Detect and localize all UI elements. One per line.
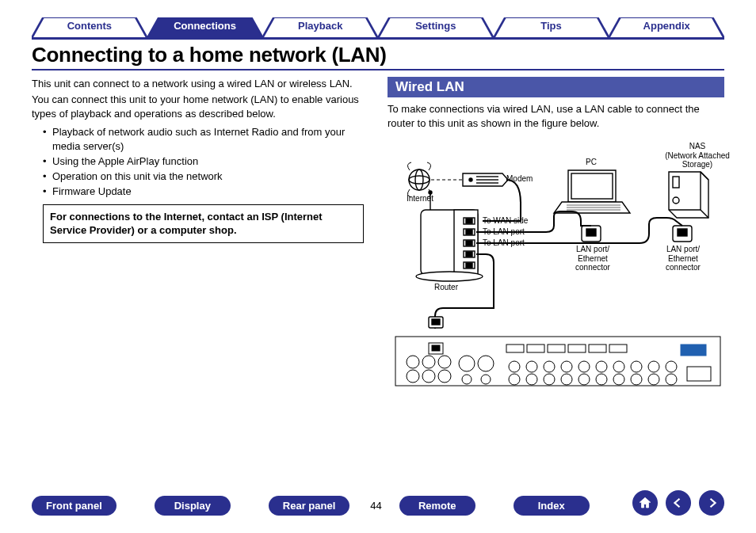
- svg-rect-77: [681, 345, 706, 356]
- tab-contents[interactable]: Contents: [32, 17, 147, 38]
- nav-remote[interactable]: Remote: [399, 496, 475, 516]
- isp-note: For connections to the Internet, contact…: [43, 204, 364, 243]
- svg-point-76: [666, 374, 677, 385]
- svg-point-70: [613, 374, 624, 385]
- bullet-item: Using the Apple AirPlay function: [43, 154, 368, 169]
- nav-display[interactable]: Display: [155, 496, 231, 516]
- svg-point-3: [469, 178, 472, 181]
- tab-appendix[interactable]: Appendix: [609, 17, 724, 38]
- svg-rect-22: [571, 173, 613, 199]
- label-nas: NAS(Network AttachedStorage): [662, 142, 733, 169]
- svg-rect-37: [432, 319, 440, 325]
- wired-intro: To make connections via wired LAN, use a…: [388, 102, 724, 131]
- tab-label: Tips: [540, 20, 562, 32]
- svg-point-58: [509, 374, 520, 385]
- svg-rect-51: [506, 345, 524, 352]
- bullet-item: Operation on this unit via the network: [43, 169, 368, 185]
- tab-label: Settings: [415, 20, 456, 32]
- nav-index[interactable]: Index: [514, 496, 590, 516]
- svg-point-0: [409, 169, 430, 190]
- svg-rect-54: [568, 345, 586, 352]
- next-page-icon[interactable]: [699, 490, 724, 516]
- svg-point-49: [462, 375, 472, 384]
- bullet-item: Firmware Update: [43, 185, 368, 200]
- bottom-nav: Front panel Display Rear panel 44 Remote…: [32, 496, 724, 516]
- tab-playback[interactable]: Playback: [262, 17, 378, 38]
- svg-point-46: [438, 370, 451, 383]
- prev-page-icon[interactable]: [666, 490, 691, 516]
- svg-point-1: [409, 176, 430, 184]
- svg-point-43: [438, 356, 451, 368]
- nav-rear-panel[interactable]: Rear panel: [269, 496, 349, 516]
- content-columns: This unit can connect to a network using…: [32, 77, 724, 394]
- svg-rect-56: [609, 345, 627, 352]
- svg-point-73: [648, 361, 659, 372]
- svg-rect-55: [589, 345, 606, 352]
- label-to-wan: To WAN side: [483, 216, 528, 226]
- svg-point-41: [407, 356, 419, 368]
- right-column: Wired LAN To make connections via wired …: [388, 77, 724, 394]
- svg-rect-40: [432, 345, 440, 351]
- label-router: Router: [434, 283, 458, 292]
- tab-settings[interactable]: Settings: [378, 17, 494, 38]
- page-title: Connecting to a home network (LAN): [32, 43, 724, 70]
- page-number: 44: [370, 500, 381, 512]
- section-heading: Wired LAN: [388, 77, 724, 97]
- svg-rect-78: [687, 367, 711, 381]
- svg-point-48: [478, 356, 494, 371]
- svg-rect-27: [586, 229, 596, 236]
- label-to-lan-2: To LAN port: [483, 238, 525, 248]
- svg-point-74: [648, 374, 659, 385]
- svg-point-71: [631, 361, 642, 372]
- svg-rect-52: [527, 345, 544, 352]
- label-internet: Internet: [407, 194, 433, 204]
- svg-rect-32: [673, 177, 679, 188]
- svg-point-21: [416, 272, 483, 281]
- home-icon[interactable]: [632, 490, 658, 516]
- svg-point-45: [422, 370, 435, 383]
- svg-point-50: [481, 375, 491, 384]
- bullet-item: Playback of network audio such as Intern…: [43, 125, 368, 155]
- svg-point-65: [578, 361, 590, 372]
- tab-label: Contents: [67, 20, 112, 32]
- left-column: This unit can connect to a network using…: [32, 77, 368, 394]
- top-tabs: Contents Connections Playback Settings T…: [32, 17, 724, 40]
- label-lan-connector-nas: LAN port/Ethernetconnector: [662, 245, 704, 272]
- svg-rect-20: [466, 263, 472, 268]
- svg-point-66: [578, 374, 590, 385]
- svg-point-2: [415, 169, 423, 190]
- svg-point-63: [561, 361, 572, 372]
- svg-point-72: [631, 374, 642, 385]
- tab-label: Appendix: [643, 20, 690, 32]
- svg-point-57: [509, 361, 520, 372]
- label-modem: Modem: [506, 174, 533, 184]
- feature-list: Playback of network audio such as Intern…: [43, 125, 368, 200]
- wiring-diagram: Modem Internet PC NAS(Network AttachedSt…: [388, 132, 724, 394]
- nav-front-panel[interactable]: Front panel: [32, 496, 116, 516]
- svg-point-59: [526, 361, 537, 372]
- svg-point-75: [666, 361, 677, 372]
- svg-rect-14: [466, 230, 472, 234]
- intro-text-2: You can connect this unit to your home n…: [32, 93, 368, 121]
- svg-point-61: [544, 361, 555, 372]
- tab-tips[interactable]: Tips: [494, 17, 609, 38]
- tab-label: Playback: [298, 20, 342, 32]
- nav-icons: [632, 490, 724, 516]
- svg-point-64: [561, 374, 572, 385]
- tab-connections[interactable]: Connections: [147, 17, 263, 38]
- svg-rect-35: [678, 229, 687, 236]
- label-to-lan-1: To LAN port: [483, 227, 525, 237]
- svg-point-68: [596, 374, 607, 385]
- svg-rect-12: [466, 219, 472, 223]
- tab-label: Connections: [174, 20, 236, 32]
- svg-rect-53: [548, 345, 565, 352]
- svg-point-47: [459, 356, 475, 371]
- svg-point-62: [544, 374, 555, 385]
- svg-point-33: [673, 197, 679, 204]
- svg-point-44: [407, 370, 419, 383]
- svg-rect-16: [466, 241, 472, 246]
- svg-rect-18: [466, 252, 472, 257]
- svg-point-67: [596, 361, 607, 372]
- svg-point-69: [613, 361, 624, 372]
- svg-point-60: [526, 374, 537, 385]
